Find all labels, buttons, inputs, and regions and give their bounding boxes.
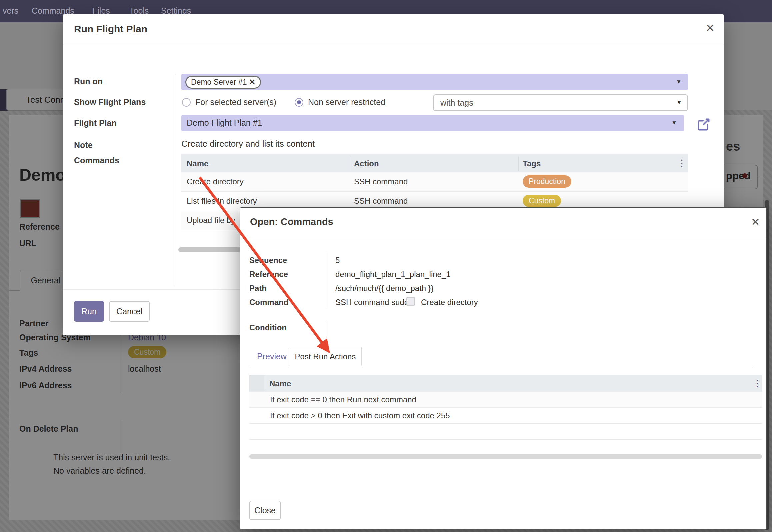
flight-plan-select[interactable]: Demo Flight Plan #1 ▼ [181,115,684,131]
row-name: Create directory [187,177,244,186]
label-column-divider [327,253,327,309]
open-commands-modal: Open: Commands ✕ Sequence Reference Path… [240,207,767,529]
modal-header-divider [240,238,766,238]
path-value: /such/much/{{ demo_path }} [335,284,434,293]
run-modal-title: Run Flight Plan [74,23,147,35]
commands-table-header: Name Action Tags ⋮ [181,154,688,173]
note-label: Note [74,140,93,150]
command-label: Command [249,298,288,307]
radio-non-server-restricted-label[interactable]: Non server restricted [308,97,385,107]
app-window: vers Commands Files Tools Settings Test … [0,0,772,532]
tab-post-run-actions[interactable]: Post Run Actions [289,347,362,366]
label-column-divider [175,74,175,287]
condition-label: Condition [249,323,287,332]
command-link[interactable]: Create directory [421,298,478,307]
with-tags-select[interactable]: with tags ▼ [433,94,688,111]
action-row-text: If exit code > 0 then Exit with custom e… [270,411,450,420]
menu-item-servers[interactable]: vers [3,6,18,16]
run-on-field[interactable]: Demo Server #1 ✕ ▼ [181,74,688,90]
chevron-down-icon: ▼ [676,99,682,106]
sudo-checkbox[interactable] [406,297,415,306]
sequence-label: Sequence [249,256,287,265]
reference-value: demo_flight_plan_1_plan_line_1 [335,270,451,279]
row-name: Upload file by [187,216,235,225]
radio-for-selected-servers-label[interactable]: For selected server(s) [195,97,276,107]
row-name: List files in directory [187,196,257,206]
external-link-icon[interactable] [696,117,711,132]
col-divider [350,156,350,171]
row-divider [249,439,762,440]
command-value: SSH command sudo [335,298,409,307]
kebab-icon[interactable]: ⋮ [677,158,686,168]
close-icon[interactable]: ✕ [751,216,760,228]
radio-for-selected-servers[interactable] [182,98,191,107]
run-button[interactable]: Run [74,301,104,322]
tag-production-pill: Production [523,175,571,188]
server-tag-label: Demo Server #1 [191,78,247,86]
horizontal-scrollbar-thumb[interactable] [249,454,762,459]
select-column-stub [249,375,264,391]
tag-custom-pill: Custom [523,195,561,207]
show-flight-plans-label: Show Flight Plans [74,97,146,107]
commands-modal-title: Open: Commands [250,216,333,227]
server-tag-chip[interactable]: Demo Server #1 ✕ [185,76,261,89]
kebab-icon[interactable]: ⋮ [753,378,761,389]
commands-label: Commands [74,156,119,165]
col-name[interactable]: Name [269,379,291,388]
actions-table-header: Name ⋮ [249,375,762,392]
table-row[interactable]: Create directory SSH command Production [181,172,688,192]
table-row[interactable]: If exit code > 0 then Exit with custom e… [249,408,762,424]
col-action[interactable]: Action [354,159,379,168]
flight-plan-value: Demo Flight Plan #1 [187,118,262,128]
close-icon[interactable]: ✕ [705,21,715,35]
plan-caption: Create directory and list its content [181,139,315,149]
sequence-value: 5 [335,256,340,265]
run-on-label: Run on [74,77,103,86]
action-row-text: If exit code == 0 then Run next command [270,395,416,404]
chevron-down-icon: ▼ [676,79,682,85]
chevron-down-icon: ▼ [671,120,677,126]
cancel-button[interactable]: Cancel [109,301,150,322]
table-row[interactable]: If exit code == 0 then Run next command [249,392,762,408]
col-name[interactable]: Name [187,159,208,168]
row-action: SSH command [354,196,408,206]
reference-label: Reference [249,270,288,279]
tab-preview[interactable]: Preview [257,352,287,361]
tag-remove-icon[interactable]: ✕ [249,78,255,86]
flight-plan-label: Flight Plan [74,118,117,128]
row-divider [249,423,762,424]
modal-header-divider [63,44,724,44]
radio-non-server-restricted[interactable] [295,98,303,107]
col-divider [518,156,519,171]
row-action: SSH command [354,177,408,186]
col-tags[interactable]: Tags [523,159,541,168]
path-label: Path [249,284,267,293]
close-button[interactable]: Close [249,501,281,520]
with-tags-value: with tags [440,98,473,108]
